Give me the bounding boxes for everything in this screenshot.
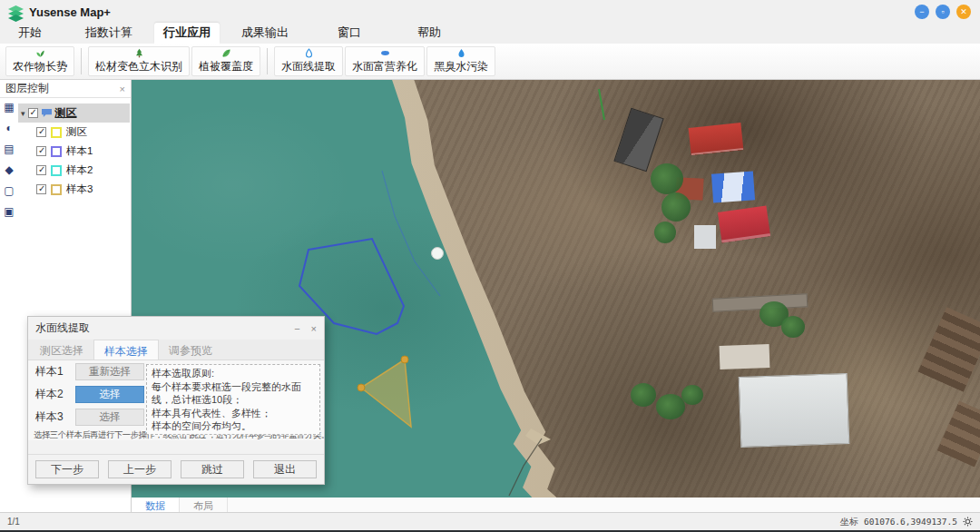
layer-tree: ▾ 测区 测区 样本1 样本2 bbox=[18, 103, 130, 199]
black-odorous-water-button[interactable]: 黑臭水污染 bbox=[426, 46, 495, 76]
layers-map-icon[interactable]: ▦ bbox=[4, 102, 14, 113]
sample2-label: 样本2 bbox=[35, 387, 68, 402]
dialog-minimize-icon[interactable]: − bbox=[294, 323, 299, 334]
tab-param-preview[interactable]: 调参预览 bbox=[159, 340, 222, 360]
layer-panel-header: 图层控制 × bbox=[0, 80, 131, 98]
principle-line: 样本具有代表性、多样性； bbox=[152, 407, 315, 420]
triangle-vertex-handle[interactable] bbox=[358, 384, 365, 391]
layer-label: 样本2 bbox=[66, 163, 93, 177]
ribbon-separator bbox=[81, 48, 82, 74]
dialog-body: 样本1 重新选择 样本2 选择 样本3 选择 样本选取原则: 每个样本要求框选一… bbox=[28, 360, 324, 440]
leaf-icon bbox=[220, 48, 233, 58]
menu-tab-industry-apps[interactable]: 行业应用 bbox=[154, 23, 220, 44]
layer-swatch bbox=[51, 127, 62, 138]
tab-sample-select[interactable]: 样本选择 bbox=[93, 340, 159, 360]
eutrophication-button[interactable]: 水面富营养化 bbox=[345, 46, 425, 76]
principle-line: 样本的空间分布均匀。 bbox=[152, 419, 315, 433]
layer-item-sample2[interactable]: 样本2 bbox=[18, 161, 130, 180]
water-line-extract-dialog: 水面线提取 − × 测区选择 样本选择 调参预览 样本1 重新选择 样本2 选择… bbox=[27, 316, 325, 485]
sample1-reselect-button[interactable]: 重新选择 bbox=[75, 363, 144, 380]
triangle-vertex-handle[interactable] bbox=[401, 356, 408, 363]
sample3-label: 样本3 bbox=[35, 409, 68, 425]
pine-tree-icon bbox=[132, 48, 146, 58]
vegetation-coverage-button[interactable]: 植被覆盖度 bbox=[191, 46, 260, 76]
panel-close-icon[interactable]: × bbox=[120, 84, 125, 94]
sample2-select-button[interactable]: 选择 bbox=[75, 386, 144, 403]
dialog-title-bar[interactable]: 水面线提取 − × bbox=[28, 317, 324, 340]
ribbon-button-label: 水面线提取 bbox=[281, 59, 336, 74]
dialog-title: 水面线提取 bbox=[35, 320, 90, 336]
maximize-button[interactable]: ▫ bbox=[936, 5, 950, 19]
next-step-button[interactable]: 下一步 bbox=[35, 460, 99, 478]
skip-button[interactable]: 跳过 bbox=[181, 460, 244, 478]
dialog-close-icon[interactable]: × bbox=[311, 323, 317, 334]
layer-checkbox[interactable] bbox=[36, 184, 46, 194]
doc-tab-data[interactable]: 数据 bbox=[132, 498, 180, 513]
menu-tab-index-calc[interactable]: 指数计算 bbox=[76, 23, 142, 44]
sample-triangle[interactable] bbox=[361, 360, 411, 427]
green-field-line bbox=[599, 89, 604, 120]
dialog-tabs: 测区选择 样本选择 调参预览 bbox=[28, 340, 324, 360]
ribbon-button-label: 农作物长势 bbox=[13, 59, 67, 74]
prev-step-button[interactable]: 上一步 bbox=[108, 460, 172, 478]
ribbon-toolbar: 农作物长势 松材变色立木识别 植被覆盖度 水面线提取 水面富营养化 黑臭水污染 bbox=[0, 44, 980, 80]
layer-swatch bbox=[51, 146, 62, 157]
coordinate-value: 601076.6,3949137.5 bbox=[864, 517, 957, 527]
layer-tool-strip: ▦ ◐ ▤ ◆ ▢ ▣ bbox=[0, 102, 18, 217]
palette-icon[interactable]: ◐ bbox=[5, 123, 12, 133]
sample3-select-button[interactable]: 选择 bbox=[75, 409, 144, 426]
stamp-icon[interactable]: ◆ bbox=[5, 164, 13, 175]
layer-item-cequ[interactable]: 测区 bbox=[18, 123, 130, 142]
pine-wilt-detect-button[interactable]: 松材变色立木识别 bbox=[88, 46, 190, 76]
app-logo-icon bbox=[7, 5, 24, 22]
shore-spit bbox=[525, 429, 551, 445]
tab-area-select[interactable]: 测区选择 bbox=[30, 340, 93, 360]
sample1-label: 样本1 bbox=[35, 364, 68, 379]
exit-button[interactable]: 退出 bbox=[253, 460, 317, 478]
ribbon-separator bbox=[267, 48, 268, 74]
gear-icon[interactable] bbox=[963, 517, 973, 527]
group-bubble-icon bbox=[41, 108, 53, 118]
expand-icon[interactable]: ▢ bbox=[4, 185, 14, 196]
coordinate-label: 坐标 bbox=[840, 516, 858, 528]
layer-label: 测区 bbox=[66, 125, 87, 139]
layer-tree-root[interactable]: ▾ 测区 bbox=[18, 103, 130, 123]
menu-tab-window[interactable]: 窗口 bbox=[328, 23, 370, 44]
ribbon-button-label: 松材变色立木识别 bbox=[95, 59, 182, 74]
doc-tab-layout[interactable]: 布局 bbox=[180, 498, 228, 513]
menu-tab-help[interactable]: 帮助 bbox=[408, 23, 450, 44]
menu-bar: 开始 指数计算 行业应用 成果输出 窗口 帮助 bbox=[0, 25, 980, 44]
polluted-drop-icon bbox=[455, 48, 468, 58]
layer-checkbox[interactable] bbox=[36, 165, 46, 175]
layer-swatch bbox=[51, 165, 62, 176]
menu-tab-start[interactable]: 开始 bbox=[9, 23, 51, 44]
water-surface-icon bbox=[378, 48, 392, 58]
ribbon-button-label: 水面富营养化 bbox=[352, 59, 417, 74]
layer-label: 样本3 bbox=[66, 182, 93, 196]
menu-tab-output[interactable]: 成果输出 bbox=[232, 23, 298, 44]
water-boom-line bbox=[509, 438, 542, 496]
layer-checkbox[interactable] bbox=[36, 146, 46, 156]
minimize-button[interactable]: − bbox=[915, 5, 929, 19]
window-controls: − ▫ ✕ bbox=[915, 5, 971, 19]
water-line-extract-button[interactable]: 水面线提取 bbox=[274, 46, 343, 76]
root-checkbox[interactable] bbox=[28, 108, 38, 118]
ribbon-button-label: 植被覆盖度 bbox=[199, 59, 253, 74]
layer-item-sample3[interactable]: 样本3 bbox=[18, 180, 130, 199]
layer-label: 样本1 bbox=[66, 144, 93, 158]
root-label: 测区 bbox=[55, 105, 77, 121]
water-drop-icon bbox=[302, 48, 316, 58]
application-window: Yusense Map+ − ▫ ✕ 开始 指数计算 行业应用 成果输出 窗口 … bbox=[0, 0, 980, 532]
layer-panel-title: 图层控制 bbox=[5, 81, 49, 96]
ribbon-button-label: 黑臭水污染 bbox=[434, 59, 488, 74]
layer-checkbox[interactable] bbox=[36, 127, 46, 137]
principle-line: 每个样本要求框选一段完整的水面 bbox=[152, 380, 315, 394]
close-button[interactable]: ✕ bbox=[956, 5, 971, 19]
chevron-down-icon[interactable]: ▾ bbox=[21, 109, 25, 118]
sprout-icon bbox=[34, 48, 47, 58]
layer-item-sample1[interactable]: 样本1 bbox=[18, 142, 130, 161]
crop-growth-button[interactable]: 农作物长势 bbox=[5, 46, 74, 76]
collapse-icon[interactable]: ▣ bbox=[4, 206, 14, 217]
copy-layers-icon[interactable]: ▤ bbox=[4, 143, 14, 154]
status-bar: 1/1 坐标 601076.6,3949137.5 bbox=[0, 512, 980, 530]
